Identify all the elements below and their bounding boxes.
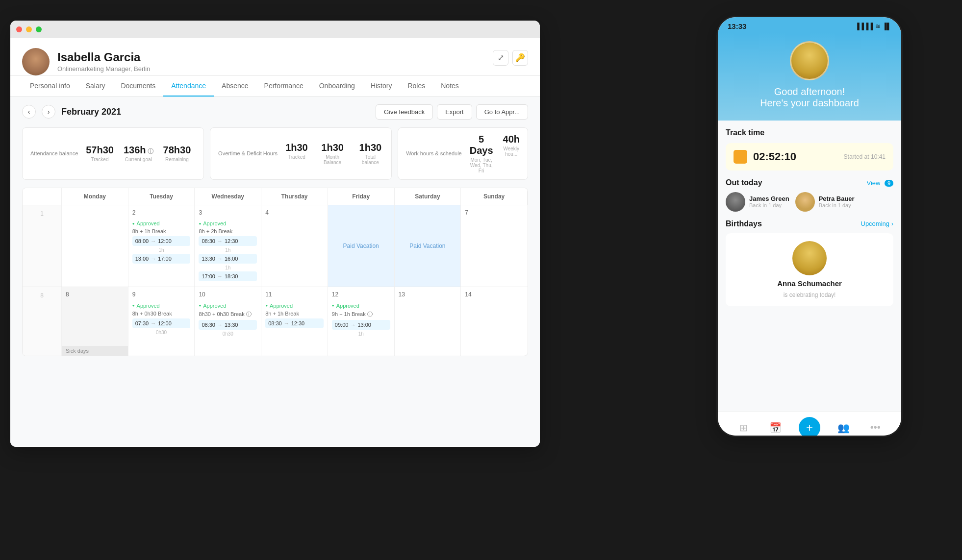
tab-notes[interactable]: Notes xyxy=(433,76,467,97)
week1-thursday[interactable]: 4 xyxy=(261,205,328,287)
week2-monday[interactable]: 8 Sick days xyxy=(62,287,128,356)
mobile-time: 13:33 xyxy=(728,22,746,30)
go-to-approvals-button[interactable]: Go to Appr... xyxy=(476,104,528,120)
next-period-button[interactable]: › xyxy=(42,105,55,119)
view-link[interactable]: View 9 xyxy=(866,178,893,187)
employee-name: Isabella Garcia xyxy=(57,50,485,64)
time-entry-5: 17:00 → 18:30 xyxy=(199,271,257,281)
minimize-button[interactable] xyxy=(26,26,32,32)
birthday-card: Anna Schumacher is celebrating today! xyxy=(726,233,893,306)
days-label: Mon, Tue, Wed, Thu, Fri xyxy=(470,157,493,173)
block-label-tue2: 8h + 0h30 Break xyxy=(132,311,191,317)
week1-friday[interactable]: Paid Vacation xyxy=(328,205,395,287)
tab-personal-info[interactable]: Personal info xyxy=(22,76,78,97)
date-3: 3 xyxy=(199,209,257,216)
maximize-button[interactable] xyxy=(36,26,42,32)
track-timer: 02:52:10 xyxy=(753,150,838,163)
vacation-label-sat1: Paid Vacation xyxy=(409,243,445,249)
out-today-header: Out today View 9 xyxy=(726,178,893,187)
tab-onboarding[interactable]: Onboarding xyxy=(311,76,363,97)
tab-documents[interactable]: Documents xyxy=(113,76,163,97)
export-button[interactable]: Export xyxy=(437,104,472,120)
close-button[interactable] xyxy=(16,26,22,32)
goal-label: Current goal xyxy=(124,157,153,162)
view-label: View xyxy=(866,179,880,187)
tab-performance[interactable]: Performance xyxy=(256,76,311,97)
vacation-label-fri1: Paid Vacation xyxy=(343,243,379,249)
time-entry-4: 13:30 → 16:00 xyxy=(199,254,257,264)
week1-monday[interactable] xyxy=(62,205,128,287)
calendar: Monday Tuesday Wednesday Thursday Friday… xyxy=(22,188,528,357)
person-james: James Green Back in 1 day xyxy=(726,192,789,212)
week1-wednesday[interactable]: 3 Approved 8h + 2h Break 08:30 → 12:30 1… xyxy=(195,205,261,287)
time-entry-8: 08:30 → 12:30 xyxy=(265,318,324,328)
track-time-icon xyxy=(734,150,747,164)
week2-thursday[interactable]: 11 Approved 8h + 1h Break 08:30 → 12:30 xyxy=(261,287,328,356)
date-12: 12 xyxy=(332,291,390,298)
key-button[interactable]: 🔑 xyxy=(512,50,528,66)
wifi-icon: ≋ xyxy=(875,23,881,30)
week-2-num: 8 xyxy=(23,287,62,356)
days-value: 5 Days xyxy=(470,134,493,156)
nav-tabs: Personal info Salary Documents Attendanc… xyxy=(10,76,540,97)
calendar-nav-button[interactable]: 📅 xyxy=(767,419,785,437)
home-nav-button[interactable]: ⊞ xyxy=(735,419,753,437)
break-label-2: 1h xyxy=(199,247,257,253)
saturday-header: Saturday xyxy=(395,188,461,205)
petra-info: Petra Bauer Back in 1 day xyxy=(819,195,855,208)
block-label-thu2: 8h + 1h Break xyxy=(265,311,324,317)
period-title: February 2021 xyxy=(61,107,370,117)
birthday-name: Anna Schumacher xyxy=(777,279,842,288)
week2-tuesday[interactable]: 9 Approved 8h + 0h30 Break 07:30 → 12:00… xyxy=(128,287,195,356)
date-9: 9 xyxy=(132,291,191,298)
add-nav-button[interactable]: + xyxy=(799,417,820,437)
time-entry-1: 08:00 → 12:00 xyxy=(132,236,191,246)
hours-stat: 40h Weekly hou... xyxy=(503,134,520,173)
approved-badge-tue1: Approved xyxy=(132,220,160,226)
upcoming-label: Upcoming xyxy=(861,220,890,227)
break-label-4: 0h30 xyxy=(132,330,191,335)
tracked-label: Tracked xyxy=(86,157,114,162)
share-button[interactable]: ⤢ xyxy=(493,50,508,66)
week2-friday[interactable]: 12 Approved 9h + 1h Break ⓘ 09:00 → 13:0… xyxy=(328,287,395,356)
approved-badge-wed2: Approved xyxy=(199,303,226,309)
mobile-body: Track time 02:52:10 Started at 10:41 Out… xyxy=(718,121,901,412)
block-label-wed2: 8h30 + 0h30 Break ⓘ xyxy=(199,311,257,318)
time-entry-7: 08:30 → 13:30 xyxy=(199,320,257,330)
james-name: James Green xyxy=(749,195,789,202)
track-time-card[interactable]: 02:52:10 Started at 10:41 xyxy=(726,143,893,170)
employee-role: Onlinemarketing Manager, Berlin xyxy=(57,65,485,73)
tab-attendance[interactable]: Attendance xyxy=(163,76,214,97)
week1-saturday[interactable]: Paid Vacation xyxy=(395,205,461,287)
prev-period-button[interactable]: ‹ xyxy=(22,105,36,119)
calendar-week-1: 1 2 Approved 8h + 1h Break 08:00 → 12:00 xyxy=(23,205,528,288)
tab-salary[interactable]: Salary xyxy=(78,76,113,97)
stats-row: Attendance balance 57h30 Tracked 136h Cu… xyxy=(22,127,528,180)
james-avatar xyxy=(726,192,745,212)
mobile-user-avatar xyxy=(790,41,829,80)
attendance-stat-group: 57h30 Tracked 136h Current goal 78h30 Re… xyxy=(86,145,191,162)
more-nav-button[interactable]: ••• xyxy=(866,419,884,437)
date-13: 13 xyxy=(399,291,457,298)
time-entry-6: 07:30 → 12:00 xyxy=(132,318,191,328)
team-nav-button[interactable]: 👥 xyxy=(835,419,852,437)
petra-name: Petra Bauer xyxy=(819,195,855,202)
tab-absence[interactable]: Absence xyxy=(214,76,256,97)
person-petra: Petra Bauer Back in 1 day xyxy=(795,192,855,212)
mobile-bottom-nav: ⊞ 📅 + 👥 ••• xyxy=(718,412,901,437)
week1-sunday[interactable]: 7 xyxy=(461,205,528,287)
give-feedback-button[interactable]: Give feedback xyxy=(376,104,433,120)
tab-history[interactable]: History xyxy=(363,76,400,97)
week2-saturday[interactable]: 13 xyxy=(395,287,461,356)
tab-roles[interactable]: Roles xyxy=(400,76,433,97)
week2-sunday[interactable]: 14 xyxy=(461,287,528,356)
employee-header: Isabella Garcia Onlinemarketing Manager,… xyxy=(10,38,540,76)
upcoming-link[interactable]: Upcoming › xyxy=(861,220,894,227)
week1-tuesday[interactable]: 2 Approved 8h + 1h Break 08:00 → 12:00 1… xyxy=(128,205,195,287)
friday-header: Friday xyxy=(328,188,395,205)
date-11: 11 xyxy=(265,291,324,298)
james-status: Back in 1 day xyxy=(749,202,789,208)
break-label-6: 1h xyxy=(332,331,390,337)
week2-wednesday[interactable]: 10 Approved 8h30 + 0h30 Break ⓘ 08:30 → … xyxy=(195,287,261,356)
mobile-status-bar: 13:33 ▐▐▐▐ ≋ ▐▌ xyxy=(718,17,901,33)
